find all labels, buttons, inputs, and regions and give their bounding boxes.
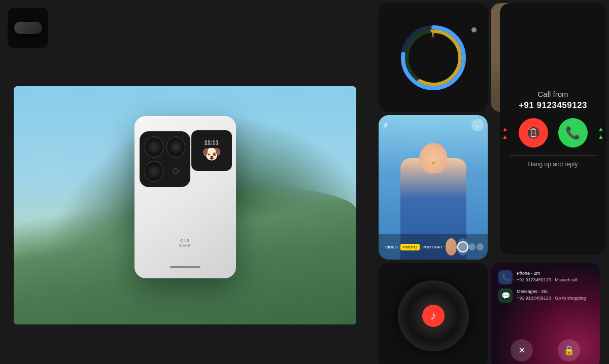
chevron-down-icon[interactable]: ⌄ [471,119,484,131]
panel-notifications: 📞 Phone · 2m +91 9123459123 : Missed cal… [491,263,600,364]
message-notification-text: Messages · 2m +91 9123459123 : Go to sho… [517,288,586,301]
phone-brand: O1S 50MP [179,238,191,248]
video-tab-video[interactable]: VIDEO [383,244,400,250]
music-vinyl: ♪ [398,280,469,351]
panel-video: 😊 ✳ ⌄ VIDEO PHOTO PORTRAIT [379,115,488,260]
accept-arrow-2: ▲ [598,133,604,140]
accept-call-button[interactable]: 📞 [558,118,588,148]
fitness-dot [471,27,477,32]
notification-phone: 📞 Phone · 2m +91 9123459123 : Missed cal… [498,270,592,284]
video-tab-portrait[interactable]: PORTRAIT [420,244,445,250]
decline-arrows: ▲ ▲ [502,126,509,140]
shutter-button[interactable] [457,238,468,256]
message-notification-icon: 💬 [498,288,513,303]
panel-music: ♪ [379,263,488,364]
phone-time: 11:11 [204,139,218,145]
accept-arrows: ▲ ▲ [598,126,604,140]
phone-notif-message: +91 9123459123 : Missed call [517,277,578,283]
video-avatar [446,238,457,256]
decline-call-button[interactable]: 📵 [519,118,548,148]
phone-device: 11:11 🐶 O1S 50MP [134,116,236,278]
decline-arrow-1: ▲ [502,126,509,132]
camera-module [140,131,190,187]
panel-fitness: 🚶 [379,3,488,112]
asterisk-icon: ✳ [383,121,389,129]
lock-button[interactable]: 🔒 [558,339,580,361]
call-info: Call from +91 9123459123 [519,90,587,111]
extra-controls [468,243,484,250]
hang-up-reply-label: Hang up and reply [510,155,596,168]
notification-message: 💬 Messages · 2m +91 9123459123 : Go to s… [498,288,592,303]
video-tab-photo[interactable]: PHOTO [400,244,420,250]
call-action-row: ▲ ▲ 📵 📞 ▲ ▲ [502,118,604,148]
walking-icon: 🚶 [428,28,438,38]
msg-notif-message: +91 9123459123 : Go to shopping [517,295,586,302]
phone-notification-text: Phone · 2m +91 9123459123 : Missed call [517,270,578,283]
call-from-label: Call from [519,90,587,98]
ring-device [8,8,48,48]
fitness-ring: 🚶 [398,22,469,93]
decline-arrow-2: ▲ [502,133,509,140]
call-number: +91 9123459123 [519,100,587,111]
phone-notification-icon: 📞 [498,270,513,284]
notification-controls: ✕ 🔒 [498,339,592,361]
accept-arrow-1: ▲ [598,126,604,132]
video-top-controls: ✳ ⌄ [383,119,484,131]
main-phone-photo: 11:11 🐶 O1S 50MP [14,86,356,324]
music-play-button[interactable]: ♪ [422,305,445,327]
close-notification-button[interactable]: ✕ [511,339,533,361]
phone-mini-screen: 11:11 🐶 [191,130,232,171]
music-icon: ♪ [430,309,436,322]
phone-notif-title: Phone · 2m [517,270,578,277]
video-controls: VIDEO PHOTO PORTRAIT [379,234,488,260]
panel-incoming-call: Call from +91 9123459123 ▲ ▲ 📵 📞 ▲ ▲ Han… [500,3,606,254]
msg-notif-title: Messages · 2m [517,288,586,295]
